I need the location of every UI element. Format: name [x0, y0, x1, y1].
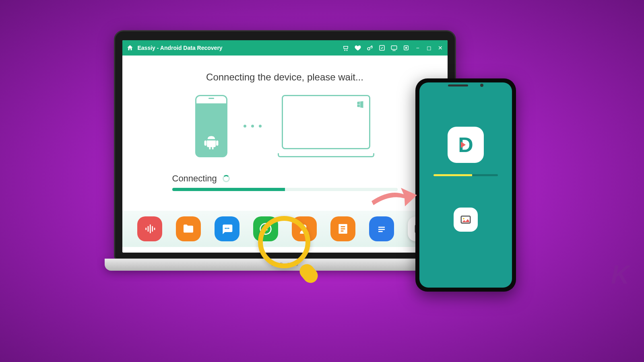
illustration-dots: [244, 125, 262, 128]
home-icon[interactable]: [126, 44, 134, 51]
document-icon: [375, 222, 388, 235]
laptop-bezel: Eassiy - Android Data Recovery − ◻ ✕ Con…: [114, 30, 456, 259]
dock-audio[interactable]: [137, 216, 162, 241]
laptop-base: MacBook Pro: [105, 259, 465, 271]
laptop-device: Eassiy - Android Data Recovery − ◻ ✕ Con…: [105, 30, 465, 292]
spinner-icon: [223, 175, 230, 182]
update-icon[interactable]: [402, 44, 410, 51]
svg-point-5: [225, 228, 226, 229]
svg-rect-10: [341, 228, 345, 230]
dock-files[interactable]: [176, 216, 201, 241]
svg-point-4: [405, 47, 407, 49]
svg-rect-2: [391, 46, 397, 49]
app-title: Eassiy - Android Data Recovery: [138, 45, 223, 51]
status-headline: Connecting the device, please wait...: [206, 72, 363, 83]
phone-progress-fill: [433, 174, 472, 176]
dock-whatsapp[interactable]: [253, 216, 278, 241]
arrow-icon: [369, 183, 418, 211]
illustration-phone: [195, 95, 227, 157]
category-dock: [122, 211, 448, 247]
watermark: K: [611, 260, 630, 290]
contact-icon: [298, 222, 311, 235]
progress-bar: [172, 188, 398, 191]
svg-point-0: [367, 47, 370, 50]
dock-messages[interactable]: [215, 216, 239, 241]
titlebar: Eassiy - Android Data Recovery − ◻ ✕: [122, 40, 448, 56]
audio-icon: [143, 222, 156, 235]
laptop-model-label: MacBook Pro: [105, 259, 465, 267]
svg-point-18: [463, 218, 464, 220]
svg-rect-12: [378, 227, 385, 228]
feedback-icon[interactable]: [390, 44, 398, 51]
phone-notch: [448, 84, 483, 87]
notes-icon: [336, 222, 349, 235]
progress-fill: [172, 188, 285, 191]
dock-documents[interactable]: [369, 216, 394, 241]
svg-rect-9: [341, 226, 345, 227]
svg-rect-13: [378, 229, 385, 230]
phone-screen: D: [419, 82, 512, 288]
close-button[interactable]: ✕: [437, 45, 444, 51]
android-icon: [202, 132, 220, 152]
phone-gallery-tile[interactable]: [454, 208, 478, 232]
whatsapp-icon: [259, 222, 272, 235]
maximize-button[interactable]: ◻: [426, 45, 432, 51]
dock-contacts[interactable]: [292, 216, 317, 241]
register-icon[interactable]: [378, 44, 386, 51]
illustration-laptop: [278, 95, 374, 157]
phone-device: D: [415, 78, 516, 292]
windows-icon: [356, 100, 364, 108]
app-window: Eassiy - Android Data Recovery − ◻ ✕ Con…: [122, 40, 448, 253]
heart-icon[interactable]: [354, 44, 361, 51]
cart-icon[interactable]: [342, 44, 349, 51]
svg-point-6: [226, 228, 227, 229]
svg-rect-14: [378, 231, 383, 232]
progress-label: Connecting: [172, 173, 217, 184]
folder-icon: [182, 222, 195, 235]
phone-progress-bar: [433, 174, 498, 176]
minimize-button[interactable]: −: [415, 45, 421, 51]
svg-point-7: [228, 228, 229, 229]
messages-icon: [221, 222, 233, 235]
svg-rect-11: [341, 230, 343, 232]
key-icon[interactable]: [366, 44, 374, 51]
gallery-icon: [460, 214, 472, 226]
phone-app-logo: D: [448, 127, 484, 163]
app-content: Connecting the device, please wait...: [122, 56, 448, 253]
dock-notes[interactable]: [330, 216, 355, 241]
progress-section: Connecting: [172, 173, 398, 191]
svg-point-8: [302, 224, 306, 229]
connection-illustration: [195, 95, 374, 157]
